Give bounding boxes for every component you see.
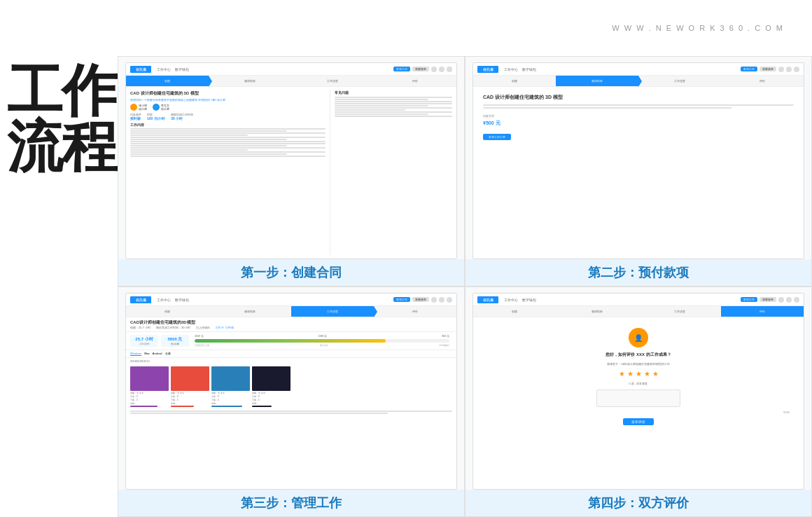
- step2-label: 第二步：预付款项: [465, 259, 811, 286]
- btn-post-4[interactable]: 发布工作: [741, 297, 757, 302]
- app-actions-3: 发布工作 我要接单: [393, 297, 452, 303]
- tab-invite-1[interactable]: 邀请投标: [209, 76, 291, 86]
- payment-job-title: CAD 设计师创建住宅建筑的 3D 模型: [483, 94, 794, 101]
- stats-row-1: 付款条件 按时薪 时薪 100 元/小时 预期完成工作时间 30 小时: [130, 113, 326, 120]
- btn-post-2[interactable]: 发布工作: [741, 67, 757, 71]
- icon-copy[interactable]: [431, 67, 437, 72]
- work-meta: 创建：25.7 小时 预估完成工作时间：30 小时 已上传项目 已打卡 已申请: [130, 326, 452, 329]
- step4-screenshot: 在孔雀 工作中心 数字钱包 发布工作 我要接单 创建 邀请投标 工作进度: [472, 293, 804, 490]
- app-logo-4: 在孔雀: [477, 296, 498, 303]
- app-logo-3: 在孔雀: [130, 296, 151, 303]
- app-header-1: 在孔雀 工作中心 数字钱包 发布工作 我要接单: [126, 63, 456, 76]
- eval-count: 5 星 - 非常满意: [629, 382, 648, 385]
- icon-bell-4[interactable]: [786, 297, 792, 303]
- tab-eval-3[interactable]: 评价: [374, 306, 456, 317]
- website-url: W W W . N E W O R K 3 6 0 . C O M: [612, 24, 784, 32]
- tab-eval-2[interactable]: 评价: [721, 76, 804, 86]
- app-header-2: 在孔雀 工作中心 数字钱包 发布工作 我要接单: [473, 63, 804, 76]
- icon-avatar-2[interactable]: [794, 67, 799, 72]
- eval-sub: 我满意于：CAD设计师创建住宅建筑3D模型的工作: [607, 362, 670, 366]
- step3-cell: 在孔雀 工作中心 数字钱包 发布工作 我要接单 创建 邀请投标 工作进度: [118, 287, 465, 517]
- star-5[interactable]: ★: [652, 370, 659, 378]
- btn-hire-3[interactable]: 我要接单: [412, 297, 429, 302]
- btn-hire-4[interactable]: 我要接单: [760, 297, 776, 302]
- icon-bell[interactable]: [439, 67, 444, 72]
- work-stats-row: 25.7 小时 工作总时长 5800 元 预估薪酬 4500 元 1988 元 …: [126, 332, 456, 350]
- content-left-1: CAD 设计师创建住宅建筑的 3D 模型 我想找到一个能够在现有建筑平面图的基础…: [130, 90, 326, 255]
- progress-tabs-3: 创建 邀请投标 工作进度 评价: [126, 306, 456, 317]
- step1-cell: 在孔雀 工作中心 数字钱包 发布工作 我要接单 创建 邀请投标 工作进度: [118, 56, 465, 287]
- step3-label: 第三步：管理工作: [118, 490, 464, 516]
- text-lines-1: [130, 128, 326, 157]
- job-desc-small: [126, 409, 456, 415]
- work-stat-2: 5800 元 预估薪酬: [161, 335, 189, 347]
- eval-textarea[interactable]: [596, 390, 680, 407]
- app-header-3: 在孔雀 工作中心 数字钱包 发布工作 我要接单: [126, 294, 456, 306]
- tab-invite-2[interactable]: 邀请投标: [556, 76, 638, 86]
- btn-post[interactable]: 发布工作: [393, 67, 410, 71]
- stat-3: 预期完成工作时间 30 小时: [171, 113, 193, 120]
- del-tab-windows[interactable]: Windows: [130, 352, 141, 356]
- app-logo-2: 在孔雀: [477, 66, 498, 73]
- tab-work-1[interactable]: 工作进度: [291, 76, 374, 86]
- job-link-1: 我想找到一个能够在现有建筑平面图的基础上创建建筑 3D 模型的 CAD 设计师: [130, 99, 326, 102]
- job-title-1: CAD 设计师创建住宅建筑的 3D 模型: [130, 90, 326, 97]
- work-stat-1: 25.7 小时 工作总时长: [130, 335, 158, 347]
- icon-bell-3[interactable]: [439, 297, 444, 303]
- tab-create-1[interactable]: 创建: [126, 76, 209, 86]
- icon-bell-2[interactable]: [786, 67, 792, 72]
- eval-question: 您好，如何评价 XXX 的工作成果？: [606, 352, 671, 358]
- eval-submit-btn[interactable]: 发布评价: [623, 418, 654, 425]
- stat-2: 时薪 100 元/小时: [147, 113, 165, 120]
- app-nav-3: 工作中心 数字钱包: [157, 298, 189, 302]
- del-tab-android[interactable]: Android: [153, 352, 162, 356]
- pay-button[interactable]: 发布工作订单: [483, 134, 511, 140]
- step4-label: 第四步：双方评价: [465, 490, 811, 516]
- char-count: 0/500: [783, 411, 790, 414]
- avatar-1: [130, 104, 137, 111]
- del-tab-all[interactable]: 全量: [165, 352, 171, 356]
- app-actions-2: 发布工作 我要接单: [741, 67, 799, 72]
- tab-eval-4[interactable]: 评价: [721, 306, 804, 317]
- tab-create-3[interactable]: 创建: [126, 306, 209, 317]
- btn-hire[interactable]: 我要接单: [412, 67, 429, 71]
- star-4[interactable]: ★: [644, 370, 650, 378]
- tab-work-4[interactable]: 工作进度: [638, 306, 721, 317]
- del-tab-mac[interactable]: Mac: [144, 352, 150, 356]
- icon-copy-4[interactable]: [778, 297, 784, 303]
- tab-invite-4[interactable]: 邀请投标: [556, 306, 638, 317]
- star-1[interactable]: ★: [619, 370, 625, 378]
- star-3[interactable]: ★: [636, 370, 642, 378]
- avatar-2: [153, 104, 160, 111]
- icon-copy-3[interactable]: [431, 297, 437, 303]
- btn-hire-2[interactable]: 我要接单: [760, 67, 776, 71]
- tab-create-4[interactable]: 创建: [473, 306, 556, 317]
- tab-create-2[interactable]: 创建: [473, 76, 556, 86]
- btn-post-3[interactable]: 发布工作: [393, 297, 410, 302]
- tab-eval-1[interactable]: 评价: [374, 76, 456, 86]
- progress-section: 4500 元 1988 元 900 元 代管托管已入账 累计支出 可申请解付: [192, 335, 452, 347]
- icon-avatar-4[interactable]: [794, 297, 799, 303]
- deliverable-tabs: Windows Mac Android 全量: [126, 350, 456, 358]
- thumbnail-2: 创建：无 文字 分发：0 下载：5 本周：: [171, 366, 209, 407]
- app-nav-1: 工作中心 数字钱包: [157, 67, 189, 71]
- icon-copy-2[interactable]: [778, 67, 784, 72]
- freelancer2-info: 李文文 设计师: [161, 104, 169, 111]
- content-right-1: 常见问题: [330, 90, 452, 255]
- payment-amount: ¥500 元: [483, 120, 794, 127]
- content-area-1: CAD 设计师创建住宅建筑的 3D 模型 我想找到一个能够在现有建筑平面图的基础…: [126, 87, 456, 258]
- icon-avatar-3[interactable]: [447, 297, 452, 303]
- content-title-1: 工作内容: [130, 123, 326, 127]
- tab-invite-3[interactable]: 邀请投标: [209, 306, 291, 317]
- app-actions-4: 发布工作 我要接单: [741, 297, 799, 303]
- app-actions-1: 发布工作 我要接单: [393, 67, 452, 72]
- thumbnail-3: 创建：无 文字 分发：0 下载：5 本周：: [211, 366, 250, 407]
- icon-avatar[interactable]: [447, 67, 452, 72]
- freelancers-row-1: 张小明 设计师 李文文 设计师: [130, 104, 326, 111]
- tab-work-2[interactable]: 工作进度: [638, 76, 721, 86]
- star-2[interactable]: ★: [627, 370, 634, 378]
- tab-work-3[interactable]: 工作进度: [291, 306, 374, 317]
- date-label: 2018年3月20日: [126, 358, 456, 364]
- progress-bar: [195, 339, 449, 343]
- right-title-1: 常见问题: [335, 90, 452, 95]
